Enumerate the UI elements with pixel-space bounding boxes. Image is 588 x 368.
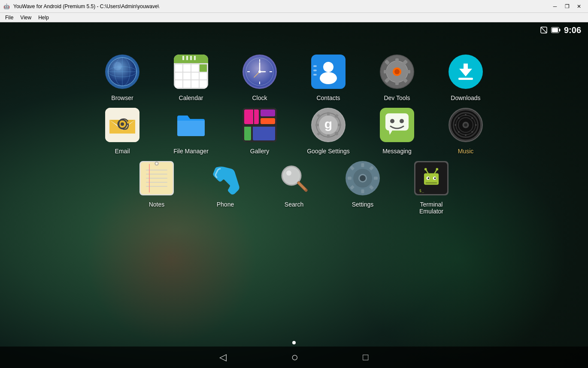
- svg-rect-66: [327, 134, 330, 138]
- svg-rect-111: [348, 177, 352, 180]
- app-terminal-label: Terminal Emulator: [408, 201, 455, 215]
- restore-button[interactable]: ❐: [561, 2, 573, 11]
- app-settings-label: Settings: [352, 201, 374, 208]
- app-email[interactable]: Email: [99, 106, 146, 155]
- app-contacts[interactable]: Contacts: [305, 52, 352, 101]
- svg-rect-29: [313, 65, 317, 67]
- app-messaging[interactable]: Messaging: [373, 106, 421, 155]
- svg-point-104: [285, 169, 298, 182]
- app-contacts-label: Contacts: [316, 94, 340, 101]
- svg-point-91: [458, 131, 460, 133]
- menu-file[interactable]: File: [2, 14, 17, 21]
- svg-point-124: [427, 177, 429, 179]
- app-messaging-label: Messaging: [382, 148, 412, 155]
- app-icon: 🤖: [3, 3, 10, 9]
- svg-point-28: [320, 72, 337, 84]
- app-filemanager-label: File Manager: [173, 148, 209, 155]
- svg-rect-55: [261, 118, 275, 124]
- app-notes-label: Notes: [149, 201, 165, 208]
- svg-point-119: [360, 175, 366, 181]
- svg-point-87: [471, 117, 473, 119]
- svg-point-51: [121, 122, 124, 126]
- svg-rect-13: [186, 56, 188, 60]
- svg-rect-37: [406, 70, 410, 73]
- svg-rect-110: [361, 189, 364, 193]
- svg-rect-65: [327, 112, 330, 116]
- svg-point-89: [471, 131, 473, 133]
- app-browser-label: Browser: [111, 94, 133, 101]
- svg-rect-35: [395, 81, 399, 85]
- app-terminal[interactable]: $_ Terminal Emulator: [408, 159, 455, 215]
- app-devtools-label: Dev Tools: [384, 94, 410, 101]
- svg-rect-56: [244, 126, 251, 140]
- app-gallery-label: Gallery: [250, 148, 269, 155]
- svg-rect-14: [190, 56, 192, 60]
- svg-rect-31: [313, 74, 317, 76]
- svg-rect-36: [384, 70, 388, 73]
- svg-point-102: [156, 163, 158, 164]
- svg-rect-53: [244, 109, 259, 124]
- svg-rect-54: [261, 109, 275, 116]
- svg-rect-67: [315, 124, 319, 126]
- svg-point-86: [465, 114, 467, 116]
- app-googlesettings[interactable]: g g: [305, 106, 352, 155]
- app-clock[interactable]: Clock: [236, 52, 283, 101]
- svg-rect-3: [552, 28, 558, 32]
- svg-point-79: [400, 119, 404, 123]
- menu-help[interactable]: Help: [35, 14, 52, 21]
- svg-rect-109: [361, 163, 364, 167]
- app-row-3: Notes Phone: [133, 159, 455, 215]
- svg-rect-68: [338, 124, 341, 126]
- title-bar: 🤖 YouWave for Android (Premium 5.5) - C:…: [0, 0, 588, 13]
- svg-point-90: [465, 134, 467, 136]
- app-clock-label: Clock: [252, 94, 267, 101]
- window-title: YouWave for Android (Premium 5.5) - C:\U…: [13, 3, 159, 9]
- svg-rect-46: [458, 78, 473, 80]
- svg-point-88: [475, 124, 477, 126]
- svg-rect-34: [395, 58, 399, 63]
- svg-rect-59: [244, 126, 275, 127]
- svg-point-78: [390, 119, 394, 123]
- navigation-bar: ◁ ○ □: [0, 347, 588, 368]
- app-notes[interactable]: Notes: [133, 159, 180, 215]
- recents-button[interactable]: □: [363, 352, 368, 363]
- svg-point-25: [258, 70, 261, 73]
- close-button[interactable]: ✕: [573, 2, 585, 11]
- home-button[interactable]: ○: [291, 350, 298, 364]
- svg-point-129: [436, 168, 438, 170]
- app-calendar[interactable]: Calendar: [167, 52, 215, 101]
- app-googlesettings-label: Google Settings: [307, 148, 350, 155]
- app-browser[interactable]: Browser: [99, 52, 146, 101]
- svg-line-1: [541, 27, 547, 33]
- app-music[interactable]: Music: [442, 106, 489, 155]
- app-calendar-label: Calendar: [179, 94, 203, 101]
- svg-rect-57: [253, 126, 275, 140]
- no-sim-icon: [540, 26, 548, 34]
- svg-point-125: [434, 177, 436, 179]
- app-phone-label: Phone: [217, 201, 234, 208]
- app-search[interactable]: Search: [270, 159, 318, 215]
- minimize-button[interactable]: ─: [549, 2, 561, 11]
- app-downloads-label: Downloads: [451, 94, 480, 101]
- app-search-label: Search: [285, 201, 303, 208]
- app-phone[interactable]: Phone: [202, 159, 249, 215]
- menu-view[interactable]: View: [17, 14, 35, 21]
- app-filemanager[interactable]: File Manager: [167, 106, 215, 155]
- app-music-label: Music: [458, 148, 474, 155]
- app-gallery[interactable]: Gallery: [236, 106, 283, 155]
- svg-rect-112: [374, 177, 378, 180]
- svg-rect-4: [559, 29, 561, 31]
- app-downloads[interactable]: Downloads: [442, 52, 489, 101]
- svg-point-105: [286, 170, 291, 176]
- android-screen: 9:06: [0, 22, 588, 368]
- svg-point-27: [323, 62, 333, 72]
- svg-point-43: [394, 69, 400, 74]
- app-devtools[interactable]: Dev Tools: [373, 52, 421, 101]
- app-settings[interactable]: Settings: [339, 159, 386, 215]
- page-dot-active[interactable]: [292, 341, 296, 344]
- svg-point-11: [113, 62, 122, 70]
- back-button[interactable]: ◁: [219, 352, 227, 363]
- svg-point-93: [458, 117, 460, 119]
- page-dots: [0, 341, 588, 344]
- svg-rect-30: [313, 70, 317, 71]
